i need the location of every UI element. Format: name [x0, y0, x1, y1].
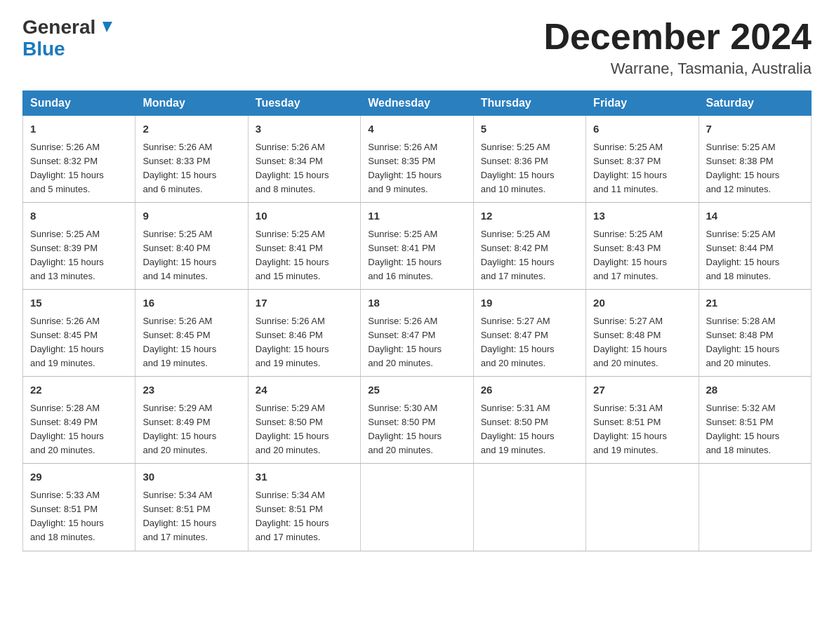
calendar-cell: 2Sunrise: 5:26 AMSunset: 8:33 PMDaylight… [135, 116, 248, 203]
weekday-header-wednesday: Wednesday [361, 91, 473, 116]
day-info: Sunrise: 5:25 AMSunset: 8:41 PMDaylight:… [368, 227, 465, 284]
day-info: Sunrise: 5:34 AMSunset: 8:51 PMDaylight:… [143, 488, 240, 545]
day-info: Sunrise: 5:30 AMSunset: 8:50 PMDaylight:… [368, 401, 465, 458]
weekday-header-thursday: Thursday [473, 91, 585, 116]
day-info: Sunrise: 5:25 AMSunset: 8:38 PMDaylight:… [706, 140, 804, 197]
day-number: 30 [143, 469, 240, 485]
day-number: 3 [256, 121, 353, 137]
day-number: 16 [143, 295, 240, 311]
svg-marker-0 [102, 22, 112, 32]
day-number: 28 [706, 382, 804, 398]
logo-triangle-icon [97, 20, 112, 35]
location: Warrane, Tasmania, Australia [543, 60, 812, 78]
day-info: Sunrise: 5:25 AMSunset: 8:44 PMDaylight:… [706, 227, 804, 284]
week-row-4: 22Sunrise: 5:28 AMSunset: 8:49 PMDayligh… [23, 377, 812, 464]
day-info: Sunrise: 5:33 AMSunset: 8:51 PMDaylight:… [30, 488, 128, 545]
calendar-cell: 25Sunrise: 5:30 AMSunset: 8:50 PMDayligh… [361, 377, 473, 464]
week-row-1: 1Sunrise: 5:26 AMSunset: 8:32 PMDaylight… [23, 116, 812, 203]
month-title: December 2024 [543, 17, 812, 57]
day-info: Sunrise: 5:26 AMSunset: 8:47 PMDaylight:… [368, 314, 465, 371]
calendar-cell: 24Sunrise: 5:29 AMSunset: 8:50 PMDayligh… [248, 377, 360, 464]
weekday-header-saturday: Saturday [699, 91, 811, 116]
day-info: Sunrise: 5:26 AMSunset: 8:35 PMDaylight:… [368, 140, 465, 197]
week-row-5: 29Sunrise: 5:33 AMSunset: 8:51 PMDayligh… [23, 464, 812, 551]
week-row-3: 15Sunrise: 5:26 AMSunset: 8:45 PMDayligh… [23, 290, 812, 377]
calendar-cell [699, 464, 811, 551]
calendar-cell: 13Sunrise: 5:25 AMSunset: 8:43 PMDayligh… [586, 203, 699, 290]
day-number: 21 [706, 295, 804, 311]
weekday-header-row: SundayMondayTuesdayWednesdayThursdayFrid… [23, 91, 812, 116]
day-info: Sunrise: 5:27 AMSunset: 8:47 PMDaylight:… [481, 314, 578, 371]
calendar-cell: 11Sunrise: 5:25 AMSunset: 8:41 PMDayligh… [361, 203, 473, 290]
day-number: 8 [30, 208, 128, 224]
day-info: Sunrise: 5:25 AMSunset: 8:41 PMDaylight:… [256, 227, 353, 284]
calendar-cell: 12Sunrise: 5:25 AMSunset: 8:42 PMDayligh… [473, 203, 585, 290]
calendar-cell: 14Sunrise: 5:25 AMSunset: 8:44 PMDayligh… [699, 203, 811, 290]
day-number: 12 [481, 208, 578, 224]
day-info: Sunrise: 5:26 AMSunset: 8:45 PMDaylight:… [143, 314, 240, 371]
day-number: 17 [256, 295, 353, 311]
day-number: 26 [481, 382, 578, 398]
calendar-cell: 1Sunrise: 5:26 AMSunset: 8:32 PMDaylight… [23, 116, 135, 203]
weekday-header-monday: Monday [135, 91, 248, 116]
day-info: Sunrise: 5:28 AMSunset: 8:49 PMDaylight:… [30, 401, 128, 458]
day-info: Sunrise: 5:31 AMSunset: 8:51 PMDaylight:… [593, 401, 691, 458]
day-number: 11 [368, 208, 465, 224]
day-info: Sunrise: 5:25 AMSunset: 8:43 PMDaylight:… [593, 227, 691, 284]
logo-text-general: General [22, 17, 95, 39]
calendar-cell: 27Sunrise: 5:31 AMSunset: 8:51 PMDayligh… [586, 377, 699, 464]
calendar-cell: 3Sunrise: 5:26 AMSunset: 8:34 PMDaylight… [248, 116, 360, 203]
day-number: 5 [481, 121, 578, 137]
day-number: 24 [256, 382, 353, 398]
day-info: Sunrise: 5:31 AMSunset: 8:50 PMDaylight:… [481, 401, 578, 458]
day-number: 18 [368, 295, 465, 311]
day-info: Sunrise: 5:25 AMSunset: 8:39 PMDaylight:… [30, 227, 128, 284]
weekday-header-friday: Friday [586, 91, 699, 116]
calendar-cell: 16Sunrise: 5:26 AMSunset: 8:45 PMDayligh… [135, 290, 248, 377]
day-number: 15 [30, 295, 128, 311]
calendar-cell: 7Sunrise: 5:25 AMSunset: 8:38 PMDaylight… [699, 116, 811, 203]
calendar-cell: 22Sunrise: 5:28 AMSunset: 8:49 PMDayligh… [23, 377, 135, 464]
calendar-cell: 28Sunrise: 5:32 AMSunset: 8:51 PMDayligh… [699, 377, 811, 464]
calendar-cell: 17Sunrise: 5:26 AMSunset: 8:46 PMDayligh… [248, 290, 360, 377]
day-number: 7 [706, 121, 804, 137]
day-info: Sunrise: 5:25 AMSunset: 8:40 PMDaylight:… [143, 227, 240, 284]
day-number: 14 [706, 208, 804, 224]
day-info: Sunrise: 5:26 AMSunset: 8:33 PMDaylight:… [143, 140, 240, 197]
weekday-header-tuesday: Tuesday [248, 91, 360, 116]
page-header: General Blue December 2024 Warrane, Tasm… [22, 17, 812, 78]
day-info: Sunrise: 5:25 AMSunset: 8:36 PMDaylight:… [481, 140, 578, 197]
title-block: December 2024 Warrane, Tasmania, Austral… [543, 17, 812, 78]
day-number: 29 [30, 469, 128, 485]
day-info: Sunrise: 5:25 AMSunset: 8:42 PMDaylight:… [481, 227, 578, 284]
day-info: Sunrise: 5:28 AMSunset: 8:48 PMDaylight:… [706, 314, 804, 371]
day-number: 10 [256, 208, 353, 224]
calendar-cell: 10Sunrise: 5:25 AMSunset: 8:41 PMDayligh… [248, 203, 360, 290]
day-number: 13 [593, 208, 691, 224]
day-number: 25 [368, 382, 465, 398]
day-info: Sunrise: 5:26 AMSunset: 8:34 PMDaylight:… [256, 140, 353, 197]
calendar-cell: 18Sunrise: 5:26 AMSunset: 8:47 PMDayligh… [361, 290, 473, 377]
day-number: 6 [593, 121, 691, 137]
calendar-cell: 23Sunrise: 5:29 AMSunset: 8:49 PMDayligh… [135, 377, 248, 464]
day-number: 1 [30, 121, 128, 137]
calendar-cell [473, 464, 585, 551]
day-number: 22 [30, 382, 128, 398]
calendar-cell: 6Sunrise: 5:25 AMSunset: 8:37 PMDaylight… [586, 116, 699, 203]
day-number: 19 [481, 295, 578, 311]
calendar-cell: 9Sunrise: 5:25 AMSunset: 8:40 PMDaylight… [135, 203, 248, 290]
calendar-cell [586, 464, 699, 551]
day-info: Sunrise: 5:29 AMSunset: 8:49 PMDaylight:… [143, 401, 240, 458]
day-number: 31 [256, 469, 353, 485]
weekday-header-sunday: Sunday [23, 91, 135, 116]
calendar-cell: 26Sunrise: 5:31 AMSunset: 8:50 PMDayligh… [473, 377, 585, 464]
calendar-cell: 4Sunrise: 5:26 AMSunset: 8:35 PMDaylight… [361, 116, 473, 203]
calendar-cell: 30Sunrise: 5:34 AMSunset: 8:51 PMDayligh… [135, 464, 248, 551]
day-number: 2 [143, 121, 240, 137]
calendar-table: SundayMondayTuesdayWednesdayThursdayFrid… [22, 90, 812, 551]
day-number: 4 [368, 121, 465, 137]
calendar-cell: 21Sunrise: 5:28 AMSunset: 8:48 PMDayligh… [699, 290, 811, 377]
day-info: Sunrise: 5:25 AMSunset: 8:37 PMDaylight:… [593, 140, 691, 197]
week-row-2: 8Sunrise: 5:25 AMSunset: 8:39 PMDaylight… [23, 203, 812, 290]
day-number: 9 [143, 208, 240, 224]
